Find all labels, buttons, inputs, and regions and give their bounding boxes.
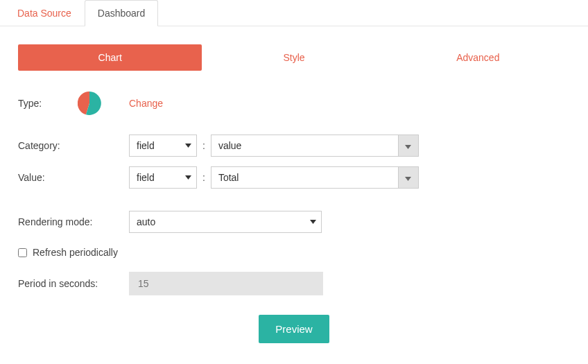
rendering-mode-label: Rendering mode: <box>18 216 129 227</box>
value-value-input[interactable] <box>211 166 398 189</box>
category-label: Category: <box>18 140 129 151</box>
caret-down-icon <box>405 172 411 183</box>
subtab-advanced[interactable]: Advanced <box>386 44 570 71</box>
period-label: Period in seconds: <box>18 278 129 289</box>
subtab-chart[interactable]: Chart <box>18 44 202 71</box>
type-label: Type: <box>18 98 129 109</box>
refresh-periodically-label: Refresh periodically <box>33 247 118 258</box>
colon-separator: : <box>202 140 205 151</box>
category-field-select[interactable]: field <box>129 135 197 157</box>
caret-down-icon <box>405 140 411 151</box>
rendering-mode-select[interactable]: auto <box>129 211 322 233</box>
refresh-periodically-checkbox[interactable] <box>18 248 27 257</box>
value-field-select[interactable]: field <box>129 166 197 189</box>
pie-chart-icon <box>78 92 101 115</box>
colon-separator: : <box>202 172 205 183</box>
value-label: Value: <box>18 172 129 183</box>
tab-dashboard[interactable]: Dashboard <box>85 0 159 26</box>
preview-button[interactable]: Preview <box>259 315 329 343</box>
category-value-input[interactable] <box>211 135 398 157</box>
value-value-dropdown-button[interactable] <box>398 166 419 189</box>
category-value-dropdown-button[interactable] <box>398 135 419 157</box>
change-type-link[interactable]: Change <box>129 98 163 109</box>
tab-data-source[interactable]: Data Source <box>4 0 85 26</box>
period-seconds-input <box>129 272 323 295</box>
subtab-style[interactable]: Style <box>202 44 386 71</box>
